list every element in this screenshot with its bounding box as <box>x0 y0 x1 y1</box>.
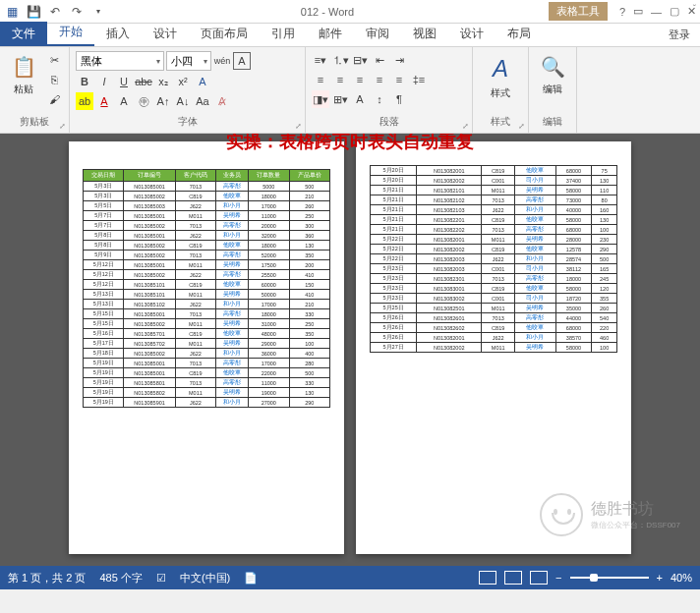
table-cell[interactable]: 7013 <box>175 221 215 231</box>
table-cell[interactable]: 5月23日 <box>371 294 417 304</box>
table-cell[interactable]: 500 <box>289 182 329 192</box>
table-cell[interactable]: 330 <box>289 378 329 388</box>
table-cell[interactable]: N013082201 <box>417 215 482 225</box>
justify-icon[interactable]: ≡ <box>371 71 388 88</box>
table-cell[interactable]: 他咬覃 <box>216 192 249 201</box>
table-cell[interactable]: 他咬覃 <box>515 323 556 333</box>
table-cell[interactable]: 130 <box>592 176 617 186</box>
table-cell[interactable]: 5月25日 <box>371 304 417 313</box>
table-cell[interactable]: 5月21日 <box>371 205 417 215</box>
table-cell[interactable]: N013082003 <box>417 254 482 264</box>
table-cell[interactable]: 高零彤 <box>216 359 249 368</box>
table-cell[interactable]: 5月23日 <box>371 264 417 274</box>
table-cell[interactable]: 18000 <box>249 309 289 319</box>
table-cell[interactable]: 7013 <box>175 309 215 319</box>
table-cell[interactable]: 17000 <box>249 201 289 211</box>
table-cell[interactable]: 300 <box>289 221 329 231</box>
table-cell[interactable]: 他咬覃 <box>216 241 249 251</box>
table-cell[interactable]: 高零彤 <box>216 251 249 260</box>
table-cell[interactable]: 27000 <box>249 398 289 408</box>
table-row[interactable]: 5月20日N013082001C819他咬覃6800075 <box>371 166 617 176</box>
table-cell[interactable]: 19000 <box>249 388 289 398</box>
char-shading-icon[interactable]: A <box>115 92 133 110</box>
table-cell[interactable]: 吴明希 <box>216 319 249 329</box>
table-cell[interactable]: 68000 <box>555 323 592 333</box>
tab-tool-layout[interactable]: 布局 <box>496 22 543 46</box>
table-cell[interactable]: 他咬覃 <box>216 368 249 378</box>
table-cell[interactable]: 260 <box>592 304 617 313</box>
table-cell[interactable]: C819 <box>482 284 515 294</box>
tab-tool-design[interactable]: 设计 <box>448 22 496 46</box>
clipboard-launcher-icon[interactable]: ⤢ <box>59 122 66 131</box>
table-cell[interactable]: 68000 <box>555 225 592 235</box>
numbering-icon[interactable]: ⒈▾ <box>331 51 349 69</box>
table-cell[interactable]: 5月7日 <box>84 221 124 231</box>
zoom-in-icon[interactable]: + <box>657 572 663 584</box>
table-cell[interactable]: 吴明希 <box>515 186 556 195</box>
table-cell[interactable]: M011 <box>175 388 215 398</box>
table-row[interactable]: 5月3日N013085002C819他咬覃18000210 <box>84 192 330 201</box>
table-cell[interactable]: 和小月 <box>216 398 249 408</box>
table-cell[interactable]: 5月21日 <box>371 215 417 225</box>
table-cell[interactable]: N013085002 <box>124 349 175 359</box>
table-row[interactable]: 5月8日N013085001J622和小月32000360 <box>84 231 330 241</box>
font-size-select[interactable]: 小四 <box>166 51 211 71</box>
table-cell[interactable]: 5月18日 <box>84 349 124 359</box>
table-cell[interactable]: 245 <box>592 274 617 284</box>
table-cell[interactable]: 38570 <box>555 333 592 343</box>
format-painter-icon[interactable]: 🖌 <box>45 90 63 108</box>
table-cell[interactable]: J622 <box>482 333 515 343</box>
table-cell[interactable]: 18000 <box>249 241 289 251</box>
table-cell[interactable]: N013085701 <box>124 329 175 339</box>
table-cell[interactable]: 7013 <box>175 378 215 388</box>
table-cell[interactable]: 5月19日 <box>84 368 124 378</box>
show-hide-icon[interactable]: ¶ <box>390 90 408 108</box>
tab-mailings[interactable]: 邮件 <box>307 22 354 46</box>
table-cell[interactable]: 60000 <box>249 280 289 290</box>
save-icon[interactable]: 💾 <box>26 4 41 20</box>
help-icon[interactable]: ? <box>619 6 625 18</box>
table-cell[interactable]: N013082601 <box>417 313 482 323</box>
table-cell[interactable]: 吴明希 <box>216 388 249 398</box>
table-row[interactable]: 5月3日N0130850017013高零彤5000500 <box>84 182 330 192</box>
bullets-icon[interactable]: ≡▾ <box>312 51 329 69</box>
table-cell[interactable]: N013085001 <box>124 368 175 378</box>
table-row[interactable]: 5月15日N013085002M011吴明希31000250 <box>84 319 330 329</box>
table-cell[interactable]: 7013 <box>482 225 515 235</box>
table-cell[interactable]: 44000 <box>555 313 592 323</box>
table-cell[interactable]: N013082001 <box>417 166 482 176</box>
table-cell[interactable]: 165 <box>592 264 617 274</box>
zoom-level[interactable]: 40% <box>671 572 692 584</box>
table-cell[interactable]: N013082602 <box>417 323 482 333</box>
table-row[interactable]: 5月21日N013082103J622和小月40000160 <box>371 205 617 215</box>
table-cell[interactable]: 290 <box>289 398 329 408</box>
table-cell[interactable]: 他咬覃 <box>515 245 556 254</box>
table-cell[interactable]: M011 <box>175 290 215 300</box>
table-cell[interactable]: 5月3日 <box>84 192 124 201</box>
table-cell[interactable]: 吴明希 <box>216 339 249 349</box>
text-direction-icon[interactable]: ↕ <box>371 90 388 108</box>
table-cell[interactable]: 5月17日 <box>84 339 124 349</box>
table-cell[interactable]: J622 <box>175 300 215 309</box>
table-cell[interactable]: 36000 <box>249 349 289 359</box>
table-cell[interactable]: N013082002 <box>417 343 482 353</box>
table-cell[interactable]: N013085101 <box>124 290 175 300</box>
maximize-icon[interactable]: ▢ <box>670 5 679 18</box>
table-row[interactable]: 5月22日N013082003J622和小月28574500 <box>371 254 617 264</box>
table-cell[interactable]: 5月23日 <box>371 284 417 294</box>
table-cell[interactable]: 11000 <box>249 378 289 388</box>
table-cell[interactable]: 130 <box>592 215 617 225</box>
clear-formatting-icon[interactable]: A̷ <box>213 92 231 110</box>
table-cell[interactable]: N013085001 <box>124 211 175 221</box>
table-cell[interactable]: N013085001 <box>124 359 175 368</box>
editing-button[interactable]: 🔍 编辑 <box>535 51 570 98</box>
table-cell[interactable]: 5月19日 <box>84 378 124 388</box>
table-row[interactable]: 5月19日N013085802M011吴明希19000130 <box>84 388 330 398</box>
table-cell[interactable]: 吴明希 <box>216 260 249 270</box>
table-row[interactable]: 5月22日N013082001M011吴明希28000230 <box>371 235 617 245</box>
table-row[interactable]: 5月19日N0130850017013高零彤17000280 <box>84 359 330 368</box>
table-cell[interactable]: 他咬覃 <box>515 215 556 225</box>
paste-button[interactable]: 📋 粘贴 <box>6 51 41 98</box>
table-row[interactable]: 5月21日N0130821027013高零彤7300080 <box>371 195 617 205</box>
table-cell[interactable]: J622 <box>175 270 215 280</box>
